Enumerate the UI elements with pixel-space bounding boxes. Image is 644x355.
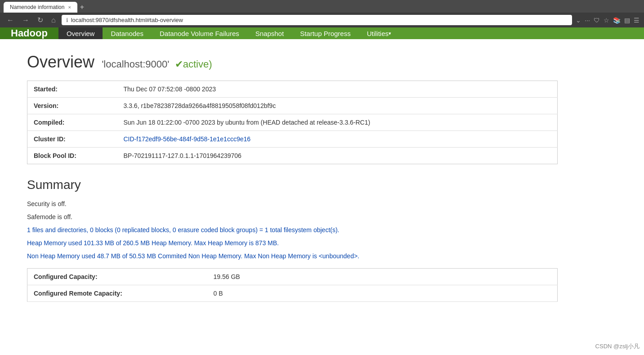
main-content: Overview 'localhost:9000' ✔active) Start… bbox=[0, 39, 585, 315]
lock-icon: ℹ bbox=[66, 17, 68, 23]
label-block-pool-id: Block Pool ID: bbox=[27, 148, 117, 164]
table-row: Started: Thu Dec 07 07:52:08 -0800 2023 bbox=[27, 81, 558, 98]
summary-non-heap: Non Heap Memory used 48.7 MB of 50.53 MB… bbox=[27, 252, 558, 261]
home-button[interactable]: ⌂ bbox=[49, 15, 58, 25]
more-icon[interactable]: ··· bbox=[585, 17, 590, 24]
summary-heap: Heap Memory used 101.33 MB of 260.5 MB H… bbox=[27, 238, 558, 248]
value-started: Thu Dec 07 07:52:08 -0800 2023 bbox=[117, 81, 558, 98]
heap-link[interactable]: Heap Memory used 101.33 MB of 260.5 MB H… bbox=[27, 239, 279, 247]
star-icon[interactable]: ☆ bbox=[604, 17, 609, 24]
label-version: Version: bbox=[27, 98, 117, 114]
nav-item-datanode-volume-failures[interactable]: Datanode Volume Failures bbox=[152, 27, 247, 39]
active-status: active) bbox=[183, 58, 212, 70]
nav-item-overview[interactable]: Overview bbox=[58, 27, 103, 39]
table-row: Configured Remote Capacity: 0 B bbox=[27, 285, 558, 302]
chevron-down-icon: ⌄ bbox=[576, 17, 581, 24]
address-bar[interactable]: ℹ localhost:9870/dfshealth.html#tab-over… bbox=[62, 15, 572, 25]
nav-item-startup-progress[interactable]: Startup Progress bbox=[292, 27, 359, 39]
value-configured-capacity: 19.56 GB bbox=[207, 269, 558, 285]
table-row: Configured Capacity: 19.56 GB bbox=[27, 269, 558, 285]
new-tab-button[interactable]: + bbox=[80, 3, 84, 11]
tab-title: Namenode information bbox=[10, 4, 64, 10]
menu-icon[interactable]: ☰ bbox=[634, 17, 640, 24]
value-block-pool-id: BP-702191117-127.0.1.1-1701964239706 bbox=[117, 148, 558, 164]
summary-safemode: Safemode is off. bbox=[27, 212, 558, 222]
active-check-icon: ✔ bbox=[175, 58, 183, 70]
summary-title: Summary bbox=[27, 178, 558, 192]
value-configured-remote-capacity: 0 B bbox=[207, 285, 558, 302]
summary-security: Security is off. bbox=[27, 199, 558, 209]
shield-icon: 🛡 bbox=[594, 17, 600, 24]
label-cluster-id: Cluster ID: bbox=[27, 131, 117, 148]
back-button[interactable]: ← bbox=[4, 15, 16, 25]
overview-table: Started: Thu Dec 07 07:52:08 -0800 2023 … bbox=[27, 81, 558, 164]
capacity-table: Configured Capacity: 19.56 GB Configured… bbox=[27, 268, 558, 302]
table-row: Block Pool ID: BP-702191117-127.0.1.1-17… bbox=[27, 148, 558, 164]
page-title: Overview 'localhost:9000' ✔active) bbox=[27, 53, 558, 72]
sidebar-icon[interactable]: ▤ bbox=[624, 17, 630, 24]
hadoop-navbar: Hadoop Overview Datanodes Datanode Volum… bbox=[0, 27, 644, 39]
label-started: Started: bbox=[27, 81, 117, 98]
tab-bar: Namenode information × + bbox=[0, 0, 644, 13]
forward-button[interactable]: → bbox=[20, 15, 31, 25]
summary-files: 1 files and directories, 0 blocks (0 rep… bbox=[27, 225, 558, 235]
files-link[interactable]: 1 files and directories, 0 blocks (0 rep… bbox=[27, 226, 340, 234]
cluster-id-link[interactable]: CID-f172edf9-56be-484f-9d58-1e1e1ccc9e16 bbox=[124, 135, 251, 143]
bookmarks-icon[interactable]: 📚 bbox=[613, 17, 621, 24]
value-compiled: Sun Jun 18 01:22:00 -0700 2023 by ubuntu… bbox=[117, 114, 558, 131]
overview-heading: Overview bbox=[27, 53, 94, 71]
table-row: Version: 3.3.6, r1be78238728da9266a4f881… bbox=[27, 98, 558, 114]
overview-host: 'localhost:9000' ✔active) bbox=[99, 58, 212, 70]
nav-item-datanodes[interactable]: Datanodes bbox=[103, 27, 152, 39]
table-row: Cluster ID: CID-f172edf9-56be-484f-9d58-… bbox=[27, 131, 558, 148]
reload-button[interactable]: ↻ bbox=[35, 15, 45, 25]
value-cluster-id: CID-f172edf9-56be-484f-9d58-1e1e1ccc9e16 bbox=[117, 131, 558, 148]
table-row: Compiled: Sun Jun 18 01:22:00 -0700 2023… bbox=[27, 114, 558, 131]
address-text: localhost:9870/dfshealth.html#tab-overvi… bbox=[71, 17, 183, 23]
address-bar-row: ← → ↻ ⌂ ℹ localhost:9870/dfshealth.html#… bbox=[0, 13, 644, 27]
nav-item-utilities[interactable]: Utilities bbox=[359, 27, 399, 39]
tab-close-button[interactable]: × bbox=[68, 4, 71, 10]
label-configured-capacity: Configured Capacity: bbox=[27, 269, 207, 285]
value-version: 3.3.6, r1be78238728da9266a4f88195058f08f… bbox=[117, 98, 558, 114]
hadoop-brand: Hadoop bbox=[0, 27, 58, 39]
label-compiled: Compiled: bbox=[27, 114, 117, 131]
label-configured-remote-capacity: Configured Remote Capacity: bbox=[27, 285, 207, 302]
browser-toolbar-icons: ⌄ ··· 🛡 ☆ 📚 ▤ ☰ bbox=[576, 17, 640, 24]
non-heap-link[interactable]: Non Heap Memory used 48.7 MB of 50.53 MB… bbox=[27, 252, 359, 260]
nav-item-snapshot[interactable]: Snapshot bbox=[247, 27, 292, 39]
browser-tab[interactable]: Namenode information × bbox=[4, 2, 77, 13]
